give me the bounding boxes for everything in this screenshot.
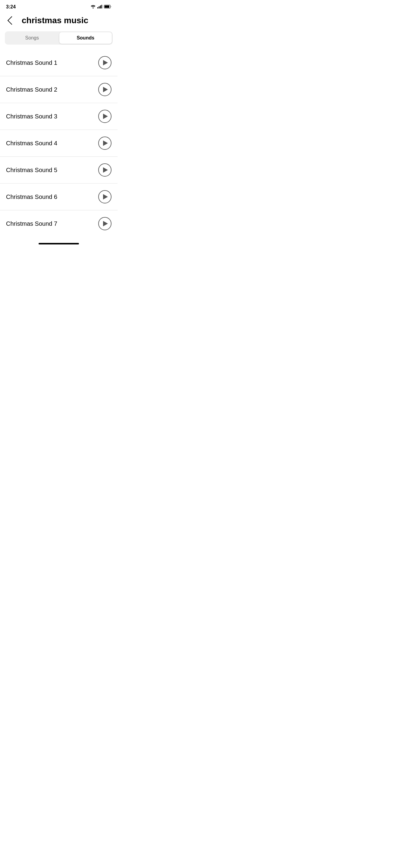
sound-item-2[interactable]: Christmas Sound 2	[0, 76, 118, 103]
play-button-1[interactable]	[98, 56, 112, 69]
tab-songs[interactable]: Songs	[6, 32, 59, 44]
sound-name-6: Christmas Sound 6	[6, 193, 57, 200]
play-button-4[interactable]	[98, 136, 112, 150]
sound-name-3: Christmas Sound 3	[6, 113, 57, 120]
play-icon-3	[103, 114, 108, 119]
play-icon-7	[103, 221, 108, 226]
status-time: 3:24	[6, 4, 16, 10]
sound-name-5: Christmas Sound 5	[6, 167, 57, 174]
home-bar	[38, 243, 79, 244]
sound-name-1: Christmas Sound 1	[6, 59, 57, 66]
sound-item-1[interactable]: Christmas Sound 1	[0, 50, 118, 76]
signal-icon	[97, 4, 102, 9]
play-button-7[interactable]	[98, 217, 112, 230]
svg-rect-1	[99, 6, 100, 8]
svg-rect-5	[104, 5, 109, 8]
status-icons	[91, 4, 112, 9]
sound-name-7: Christmas Sound 7	[6, 220, 57, 227]
sound-name-4: Christmas Sound 4	[6, 140, 57, 147]
sound-item-6[interactable]: Christmas Sound 6	[0, 184, 118, 210]
sound-name-2: Christmas Sound 2	[6, 86, 57, 93]
status-bar: 3:24	[0, 0, 118, 12]
sound-item-5[interactable]: Christmas Sound 5	[0, 157, 118, 184]
home-indicator	[0, 239, 118, 247]
page-title: christmas music	[22, 16, 113, 25]
play-icon-6	[103, 194, 108, 199]
svg-rect-0	[97, 7, 98, 8]
header: christmas music	[0, 12, 118, 31]
play-icon-4	[103, 141, 108, 146]
sound-item-7[interactable]: Christmas Sound 7	[0, 210, 118, 237]
svg-rect-3	[101, 5, 102, 8]
sounds-list: Christmas Sound 1Christmas Sound 2Christ…	[0, 47, 118, 239]
battery-icon	[104, 4, 112, 9]
play-button-5[interactable]	[98, 163, 112, 177]
play-button-6[interactable]	[98, 190, 112, 204]
back-button[interactable]	[5, 14, 17, 27]
sound-item-3[interactable]: Christmas Sound 3	[0, 103, 118, 130]
play-icon-1	[103, 60, 108, 65]
sound-item-4[interactable]: Christmas Sound 4	[0, 130, 118, 157]
play-icon-2	[103, 87, 108, 92]
back-arrow-icon	[7, 16, 16, 25]
play-button-2[interactable]	[98, 83, 112, 96]
play-button-3[interactable]	[98, 110, 112, 123]
tab-sounds[interactable]: Sounds	[59, 32, 112, 44]
wifi-icon	[91, 4, 96, 9]
play-icon-5	[103, 167, 108, 173]
svg-rect-2	[100, 5, 101, 8]
tabs-container: Songs Sounds	[5, 31, 113, 44]
